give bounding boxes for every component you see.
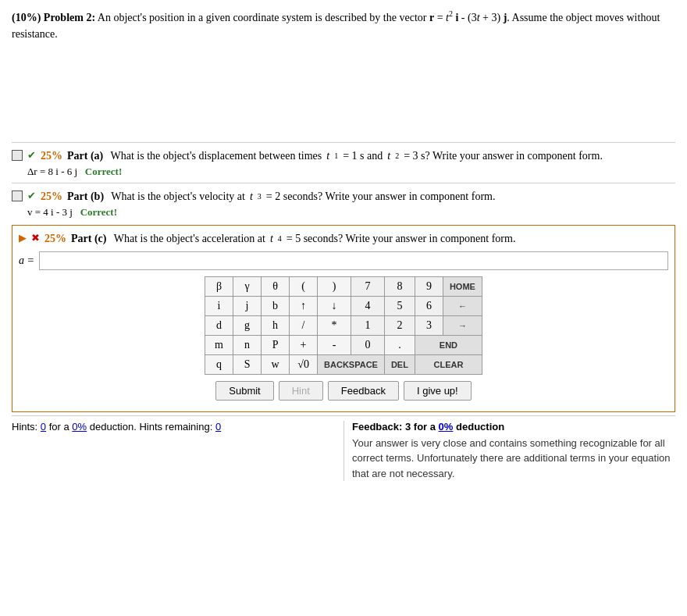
part-b-label: Part (b) [67,188,104,205]
key-3[interactable]: 3 [415,315,443,335]
keyboard: β γ θ ( ) 7 8 9 HOME i j b ↑ ↓ 4 [205,276,482,375]
part-b-section: ✔ 25% Part (b) What is the object's velo… [12,183,675,222]
answer-input-row: a = [19,251,668,270]
key-h[interactable]: h [262,315,290,335]
part-c-label: Part (c) [71,230,106,247]
submit-button[interactable]: Submit [215,381,273,401]
key-backspace[interactable]: BACKSPACE [318,354,385,374]
part-b-answer: v = 4 i - 3 j Correct! [27,206,675,219]
hints-label: Hints: [12,421,37,433]
key-S[interactable]: S [233,354,262,374]
problem-header: (10%) Problem 2: An object's position in… [12,8,675,42]
part-b-percent: 25% [41,188,62,205]
page-container: (10%) Problem 2: An object's position in… [0,0,687,489]
part-c-header: ▶ ✖ 25% Part (c) What is the object's ac… [19,230,668,247]
key-w[interactable]: w [262,354,290,374]
key-del[interactable]: DEL [384,354,415,374]
key-theta[interactable]: θ [262,276,290,296]
key-d[interactable]: d [205,315,233,335]
key-m[interactable]: m [205,335,233,354]
spacer [12,47,675,141]
part-a-label: Part (a) [67,148,103,164]
key-2[interactable]: 2 [384,315,415,335]
hint-button[interactable]: Hint [279,381,323,401]
feedback-deduction-pct[interactable]: 0% [439,421,454,433]
key-g[interactable]: g [233,315,262,335]
key-7[interactable]: 7 [351,276,384,296]
key-q[interactable]: q [205,354,233,374]
part-b-correct: Correct! [80,206,117,218]
key-clear[interactable]: CLEAR [415,354,482,374]
hints-section: Hints: 0 for a 0% deduction. Hints remai… [12,421,344,482]
key-j[interactable]: j [233,296,262,315]
key-sqrt[interactable]: √0 [290,354,318,374]
key-0[interactable]: 0 [351,335,384,354]
part-a-answer: Δr = 8 i - 6 j Correct! [27,166,675,178]
part-c-percent: 25% [44,230,66,247]
feedback-message: Your answer is very close and contains s… [352,436,675,482]
feedback-header: Feedback: 3 for a 0% deduction [352,421,675,433]
key-gamma[interactable]: γ [233,276,262,296]
part-a-section: ✔ 25% Part (a) What is the object's disp… [12,142,675,181]
key-open-paren[interactable]: ( [290,276,318,296]
part-a-check: ✔ [27,148,36,163]
hints-deduction-suffix: deduction. Hints remaining: [90,421,213,433]
key-slash[interactable]: / [290,315,318,335]
part-c-cross: ✖ [31,230,40,246]
key-down[interactable]: ↓ [318,296,351,315]
problem-label: (10%) Problem 2: [12,12,95,23]
key-home[interactable]: HOME [443,276,482,296]
key-plus[interactable]: + [290,335,318,354]
key-left[interactable]: ← [443,296,482,315]
part-c-section: ▶ ✖ 25% Part (c) What is the object's ac… [12,225,675,412]
part-a-icon-box [12,150,23,161]
part-b-icon-box [12,190,23,201]
key-up[interactable]: ↑ [290,296,318,315]
buttons-row: Submit Hint Feedback I give up! [19,381,668,401]
key-end[interactable]: END [415,335,482,354]
key-8[interactable]: 8 [384,276,415,296]
key-9[interactable]: 9 [415,276,443,296]
part-b-header: ✔ 25% Part (b) What is the object's velo… [12,188,675,205]
part-c-arrow: ▶ [19,230,27,246]
input-label: a = [19,255,34,267]
keyboard-container: β γ θ ( ) 7 8 9 HOME i j b ↑ ↓ 4 [19,276,668,375]
part-a-correct: Correct! [85,166,122,177]
key-dot[interactable]: . [384,335,415,354]
hints-deduction-pct[interactable]: 0% [72,421,87,433]
key-beta[interactable]: β [205,276,233,296]
part-a-percent: 25% [41,148,62,164]
key-asterisk[interactable]: * [318,315,351,335]
part-b-check: ✔ [27,188,36,204]
key-P[interactable]: P [262,335,290,354]
key-5[interactable]: 5 [384,296,415,315]
feedback-button[interactable]: Feedback [328,381,399,401]
hints-deduction-text: for a [49,421,69,433]
key-i[interactable]: i [205,296,233,315]
key-1[interactable]: 1 [351,315,384,335]
part-a-header: ✔ 25% Part (a) What is the object's disp… [12,148,675,164]
give-up-button[interactable]: I give up! [404,381,472,401]
key-close-paren[interactable]: ) [318,276,351,296]
key-6[interactable]: 6 [415,296,443,315]
key-right[interactable]: → [443,315,482,335]
key-n[interactable]: n [233,335,262,354]
feedback-section: Feedback: 3 for a 0% deduction Your answ… [344,421,675,482]
bottom-section: Hints: 0 for a 0% deduction. Hints remai… [12,415,675,482]
key-4[interactable]: 4 [351,296,384,315]
answer-input[interactable] [39,251,668,270]
key-minus[interactable]: - [318,335,351,354]
key-b[interactable]: b [262,296,290,315]
hints-remaining[interactable]: 0 [215,421,221,433]
hints-value[interactable]: 0 [41,421,46,433]
